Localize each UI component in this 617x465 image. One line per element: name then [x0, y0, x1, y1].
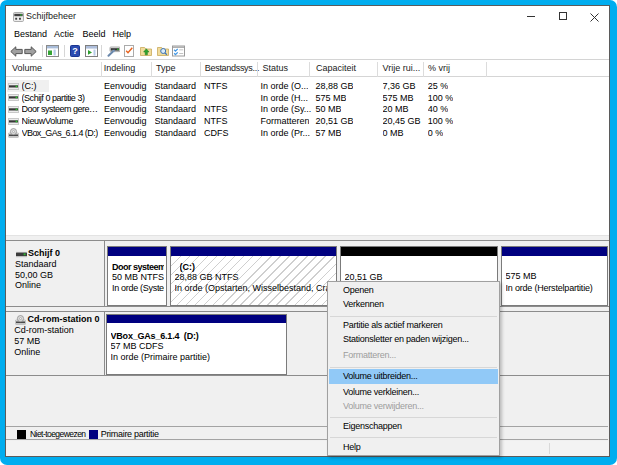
svg-text:?: ? — [72, 46, 78, 56]
